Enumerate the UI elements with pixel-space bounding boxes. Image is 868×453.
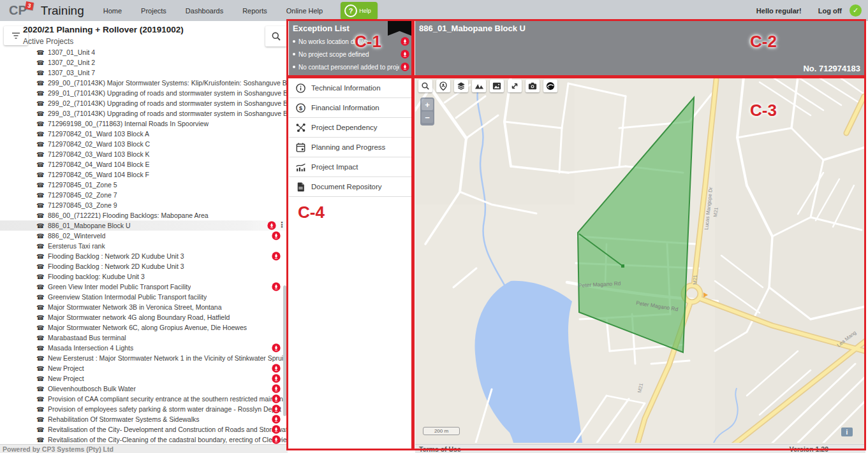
project-list-item[interactable]: ☎1307_03_Unit 7 [0, 68, 287, 78]
project-icon: ☎ [36, 182, 48, 189]
menu-planning-and-progress[interactable]: Planning and Progress [289, 138, 412, 157]
map-layers-button[interactable] [454, 80, 468, 92]
nav-home[interactable]: Home [103, 7, 122, 15]
project-list-item[interactable]: ☎299_00_(710143K) Major Stormwater Syste… [0, 78, 287, 88]
menu-technical-information[interactable]: Technical Information [289, 78, 412, 98]
project-label: 886_00_(712221) Flooding Backlogs: Mabop… [48, 212, 209, 219]
project-list-item[interactable]: ☎886_01_Mabopane Block U ⋮ [0, 220, 287, 231]
exception-flame-icon [272, 282, 281, 291]
project-label: 712970842_05_Ward 104 Block F [48, 171, 149, 178]
exception-item[interactable]: No project scope defined [293, 49, 409, 59]
menu-label: Planning and Progress [311, 143, 385, 151]
nav-online-help[interactable]: Online Help [286, 7, 323, 15]
project-list-item[interactable]: ☎712970845_03_Zone 9 [0, 200, 287, 210]
map-measure-button[interactable] [508, 80, 522, 92]
project-list-item[interactable]: ☎New Project [0, 373, 287, 384]
project-icon: ☎ [36, 80, 48, 87]
project-list-item[interactable]: ☎Masada Intersection 4 Lights [0, 343, 287, 353]
project-list-item[interactable]: ☎712970842_01_Ward 103 Block A [0, 129, 287, 139]
project-list-item[interactable]: ☎New Eersterust : Major Stormwater Netwo… [0, 353, 287, 363]
nav-dashboards[interactable]: Dashboards [186, 7, 223, 15]
project-list-item[interactable]: ☎1307_02_Unit 2 [0, 57, 287, 68]
project-list-item[interactable]: ☎Revitalisation of the City-Cleaning of … [0, 435, 287, 445]
project-list-item[interactable]: ☎1307_01_Unit 4 [0, 47, 287, 57]
project-list-item[interactable]: ☎Major Stormwater Network 6C, along Grop… [0, 322, 287, 333]
menu-financial-information[interactable]: $ Financial Information [289, 98, 412, 118]
zoom-in-button[interactable]: + [422, 99, 433, 110]
terms-of-use-link[interactable]: Terms of Use [419, 445, 461, 453]
imagery-icon [492, 82, 501, 90]
project-label: 299_00_(710143K) Major Stormwater System… [48, 79, 287, 87]
map-snapshot-button[interactable] [526, 80, 540, 92]
project-list-item[interactable]: ☎299_01_(710143K) Upgrading of roads and… [0, 88, 287, 98]
project-list-item[interactable]: ☎Flooding Backlog : Network 2D Kudube Un… [0, 251, 287, 261]
nav-projects[interactable]: Projects [141, 7, 166, 15]
row-kebab-menu-icon[interactable]: ⋮ [278, 220, 286, 229]
map-canvas: Peter Magano Rd Peter Magano Rd Lucas Ma… [415, 77, 865, 443]
project-list-item[interactable]: ☎New Project [0, 363, 287, 373]
map-search-button[interactable] [418, 80, 432, 92]
list-scrollbar[interactable] [283, 285, 286, 416]
project-list-item[interactable]: ☎886_00_(712221) Flooding Backlogs: Mabo… [0, 210, 287, 220]
project-list-item[interactable]: ☎712969198_00_(711863) Internal Roads In… [0, 119, 287, 129]
info-icon [295, 83, 306, 94]
bullet-icon [293, 66, 295, 68]
project-list-item[interactable]: ☎712970842_02_Ward 103 Block C [0, 139, 287, 149]
project-list-item[interactable]: ☎Olievenhoutbosch Bulk Water [0, 384, 287, 394]
project-list-item[interactable]: ☎Provision of employees safety parking &… [0, 404, 287, 414]
project-list-item[interactable]: ☎712970845_02_Zone 7 [0, 190, 287, 200]
project-list-item[interactable]: ☎Marabastaad Bus terminal [0, 333, 287, 343]
project-list-item[interactable]: ☎Revitalisation of the City- Development… [0, 424, 287, 435]
map-terrain-button[interactable] [472, 80, 486, 92]
project-icon: ☎ [36, 365, 48, 372]
map-view[interactable]: Peter Magano Rd Peter Magano Rd Lucas Ma… [415, 77, 865, 444]
project-list-item[interactable]: ☎Greenview Station Intermodal Public Tra… [0, 292, 287, 302]
plan-title: 2020/21 Planning + Rollover (20191002) [23, 25, 184, 34]
logo-text: CP [9, 3, 27, 18]
version-label: Version 1.29 [790, 445, 828, 453]
calendar-icon [295, 142, 306, 153]
project-list-item[interactable]: ☎Flooding backlog: Kudube Unit 3 [0, 271, 287, 282]
svg-text:$: $ [299, 104, 302, 111]
menu-project-impact[interactable]: Project Impact [289, 157, 412, 177]
project-icon: ☎ [36, 284, 48, 291]
project-list-item[interactable]: ☎Major Stormwater Network 3B in Veronica… [0, 302, 287, 312]
map-locate-button[interactable] [436, 80, 450, 92]
project-label: Masada Intersection 4 Lights [48, 344, 133, 352]
nav-reports[interactable]: Reports [242, 7, 267, 15]
exception-item[interactable]: No contact personnel added to project [293, 62, 409, 72]
map-earth-button[interactable] [543, 80, 557, 92]
logoff-button[interactable]: Log off [818, 7, 842, 15]
logo-sup: 3 [25, 1, 34, 10]
map-imagery-button[interactable] [490, 80, 504, 92]
project-list-item[interactable]: ☎886_02_Winterveld [0, 231, 287, 241]
project-list-item[interactable]: ☎Rehabilitation Of Stormwater Systems & … [0, 414, 287, 424]
menu-label: Project Dependency [311, 124, 378, 131]
project-label: 886_02_Winterveld [48, 232, 105, 240]
project-list-item[interactable]: ☎299_03_(710143K) Upgrading of roads and… [0, 108, 287, 119]
exception-item[interactable]: No works location drawn [293, 36, 409, 47]
bookmark-ribbon-icon[interactable] [388, 21, 411, 36]
zoom-out-button[interactable]: − [422, 111, 433, 123]
help-button[interactable]: ? Help [341, 2, 378, 20]
project-label: Marabastaad Bus terminal [48, 334, 126, 342]
project-list-item[interactable]: ☎Green View Inter model Public Transport… [0, 282, 287, 292]
project-list-item[interactable]: ☎712970842_04_Ward 104 Block E [0, 159, 287, 169]
project-list-item[interactable]: ☎712970842_05_Ward 104 Block F [0, 169, 287, 180]
search-button[interactable] [265, 26, 287, 47]
project-label: New Eersterust : Major Stormwater Networ… [48, 354, 285, 362]
map-info-button[interactable]: i [841, 428, 853, 436]
project-list-item[interactable]: ☎Major Stormwater network 4G along Bound… [0, 312, 287, 322]
menu-document-repository[interactable]: Document Repository [289, 177, 412, 197]
project-list-item[interactable]: ☎299_02_(710143K) Upgrading of roads and… [0, 98, 287, 108]
cp3-logo[interactable]: CP3 [9, 3, 33, 18]
project-icon: ☎ [36, 396, 48, 403]
project-list-item[interactable]: ☎Eersterus Taxi rank [0, 241, 287, 251]
project-list-item[interactable]: ☎712970842_03_Ward 103 Block K [0, 149, 287, 159]
project-list-item[interactable]: ☎Provision of CAA compliant security ent… [0, 394, 287, 404]
status-check-icon[interactable]: ✓ [850, 4, 862, 17]
project-label: Major Stormwater network 4G along Bounda… [48, 313, 230, 321]
menu-project-dependency[interactable]: Project Dependency [289, 118, 412, 138]
project-list-item[interactable]: ☎712970845_01_Zone 5 [0, 180, 287, 190]
project-list-item[interactable]: ☎Flooding Backlog : Network 2D Kudube Un… [0, 261, 287, 271]
